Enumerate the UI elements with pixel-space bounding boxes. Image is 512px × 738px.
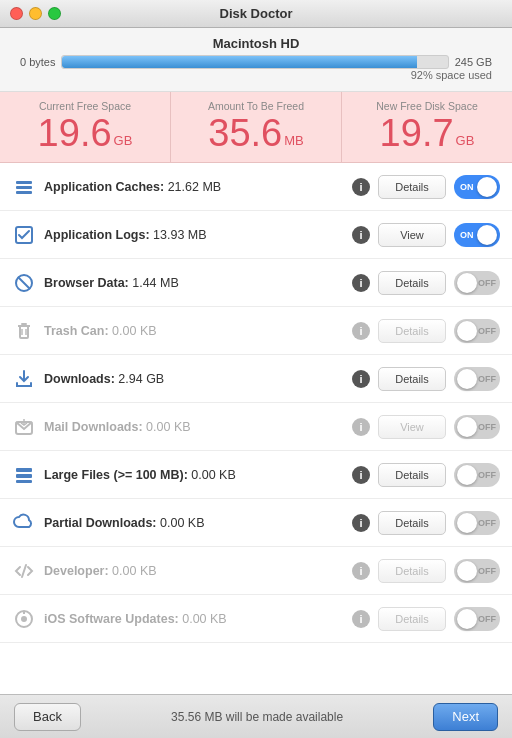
item-text: Large Files (>= 100 MB): 0.00 KB <box>44 468 344 482</box>
minimize-button[interactable] <box>29 7 42 20</box>
item-text: Downloads: 2.94 GB <box>44 372 344 386</box>
info-icon[interactable]: i <box>352 466 370 484</box>
info-icon[interactable]: i <box>352 514 370 532</box>
back-button[interactable]: Back <box>14 703 81 731</box>
toggle-switch[interactable]: ON <box>454 175 500 199</box>
disk-bar-container <box>61 55 448 69</box>
stat-label: Amount To Be Freed <box>181 100 331 112</box>
toggle-knob <box>477 225 497 245</box>
info-icon[interactable]: i <box>352 226 370 244</box>
item-text: Trash Can: 0.00 KB <box>44 324 344 338</box>
close-button[interactable] <box>10 7 23 20</box>
info-icon[interactable]: i <box>352 370 370 388</box>
toggle-label: ON <box>460 182 474 192</box>
toggle-switch[interactable]: OFF <box>454 271 500 295</box>
toggle-knob <box>457 273 477 293</box>
item-icon-download <box>12 367 36 391</box>
maximize-button[interactable] <box>48 7 61 20</box>
stat-label: Current Free Space <box>10 100 160 112</box>
toggle-label: OFF <box>478 614 496 624</box>
info-icon[interactable]: i <box>352 322 370 340</box>
app-title: Disk Doctor <box>220 6 293 21</box>
disk-bar-row: 0 bytes 245 GB <box>20 55 492 69</box>
window-controls[interactable] <box>10 7 61 20</box>
item-row: Browser Data: 1.44 MBiDetailsOFF <box>0 259 512 307</box>
item-row: Partial Downloads: 0.00 KBiDetailsOFF <box>0 499 512 547</box>
item-text: Mail Downloads: 0.00 KB <box>44 420 344 434</box>
toggle-label: OFF <box>478 566 496 576</box>
toggle-switch[interactable]: ON <box>454 223 500 247</box>
toggle-knob <box>457 369 477 389</box>
svg-line-16 <box>22 565 26 577</box>
toggle-knob <box>457 609 477 629</box>
item-icon-trash <box>12 319 36 343</box>
disk-bar-fill <box>62 56 416 68</box>
toggle-knob <box>457 465 477 485</box>
detail-button[interactable]: Details <box>378 511 446 535</box>
toggle-switch[interactable]: OFF <box>454 559 500 583</box>
toggle-knob <box>457 417 477 437</box>
svg-point-18 <box>21 616 27 622</box>
info-icon[interactable]: i <box>352 274 370 292</box>
toggle-knob <box>457 321 477 341</box>
detail-button[interactable]: Details <box>378 271 446 295</box>
stat-label: New Free Disk Space <box>352 100 502 112</box>
disk-name: Macintosh HD <box>20 36 492 51</box>
toggle-label: OFF <box>478 422 496 432</box>
item-text: Browser Data: 1.44 MB <box>44 276 344 290</box>
info-icon[interactable]: i <box>352 178 370 196</box>
detail-button: Details <box>378 319 446 343</box>
detail-button[interactable]: View <box>378 223 446 247</box>
stat-cell-1: Amount To Be Freed 35.6 MB <box>171 92 342 162</box>
stat-value: 19.6 GB <box>10 114 160 152</box>
item-row: Mail Downloads: 0.00 KBiViewOFF <box>0 403 512 451</box>
stat-cell-2: New Free Disk Space 19.7 GB <box>342 92 512 162</box>
info-icon[interactable]: i <box>352 610 370 628</box>
item-icon-ios <box>12 607 36 631</box>
toggle-switch[interactable]: OFF <box>454 511 500 535</box>
svg-rect-1 <box>16 186 32 189</box>
disk-label-left: 0 bytes <box>20 56 55 68</box>
svg-rect-14 <box>16 474 32 478</box>
detail-button[interactable]: Details <box>378 175 446 199</box>
disk-label-right: 245 GB <box>455 56 492 68</box>
detail-button: View <box>378 415 446 439</box>
bottom-bar: Back 35.56 MB will be made available Nex… <box>0 694 512 738</box>
item-text: Application Logs: 13.93 MB <box>44 228 344 242</box>
toggle-switch[interactable]: OFF <box>454 319 500 343</box>
stat-value: 19.7 GB <box>352 114 502 152</box>
detail-button[interactable]: Details <box>378 463 446 487</box>
toggle-knob <box>477 177 497 197</box>
item-row: Application Caches: 21.62 MBiDetailsON <box>0 163 512 211</box>
toggle-switch[interactable]: OFF <box>454 607 500 631</box>
item-icon-mail-dl <box>12 415 36 439</box>
item-row: Downloads: 2.94 GBiDetailsOFF <box>0 355 512 403</box>
item-icon-code <box>12 559 36 583</box>
item-icon-cloud <box>12 511 36 535</box>
toggle-knob <box>457 513 477 533</box>
item-icon-layers <box>12 175 36 199</box>
toggle-switch[interactable]: OFF <box>454 415 500 439</box>
toggle-label: OFF <box>478 326 496 336</box>
bottom-info: 35.56 MB will be made available <box>171 710 343 724</box>
toggle-switch[interactable]: OFF <box>454 367 500 391</box>
title-bar: Disk Doctor <box>0 0 512 28</box>
toggle-switch[interactable]: OFF <box>454 463 500 487</box>
item-row: Trash Can: 0.00 KBiDetailsOFF <box>0 307 512 355</box>
toggle-label: OFF <box>478 374 496 384</box>
toggle-label: OFF <box>478 470 496 480</box>
item-row: Large Files (>= 100 MB): 0.00 KBiDetails… <box>0 451 512 499</box>
item-icon-check <box>12 223 36 247</box>
toggle-knob <box>457 561 477 581</box>
svg-rect-6 <box>20 326 28 338</box>
toggle-label: ON <box>460 230 474 240</box>
info-icon[interactable]: i <box>352 418 370 436</box>
info-icon[interactable]: i <box>352 562 370 580</box>
next-button[interactable]: Next <box>433 703 498 731</box>
item-row: Application Logs: 13.93 MBiViewON <box>0 211 512 259</box>
item-icon-block <box>12 271 36 295</box>
detail-button[interactable]: Details <box>378 367 446 391</box>
svg-rect-13 <box>16 468 32 472</box>
item-text: Application Caches: 21.62 MB <box>44 180 344 194</box>
disk-section: Macintosh HD 0 bytes 245 GB 92% space us… <box>0 28 512 92</box>
